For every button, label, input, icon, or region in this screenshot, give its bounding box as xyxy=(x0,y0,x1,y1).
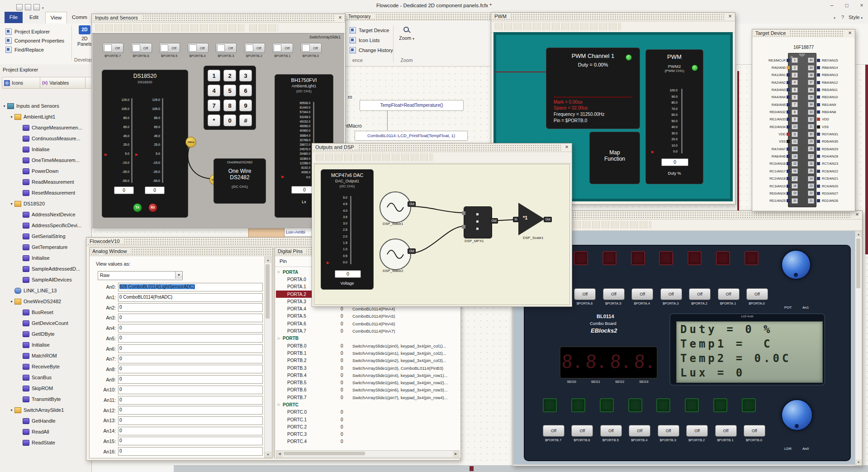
slider-track[interactable] xyxy=(681,89,683,153)
digital-pin-row[interactable]: PORTB.7 0 SwitchArraySlide1(pin7), keypa… xyxy=(276,394,459,401)
tree-expander-icon[interactable]: ▾ xyxy=(9,408,14,412)
tree-item[interactable]: GetIDByte xyxy=(1,329,90,339)
group-expander-icon[interactable]: ▷ xyxy=(278,337,283,340)
tree-item[interactable]: BusReset xyxy=(1,307,90,318)
chip-pin-row[interactable]: RA2/AN2 4 37 RB4/AN12 xyxy=(753,79,849,86)
board-switch[interactable]: Off $PORTB.5 xyxy=(600,425,621,442)
chip-pin-row[interactable]: RA3/AN3 5 36 RB3/AN11 xyxy=(753,86,849,93)
slider-marker[interactable]: ▶ xyxy=(327,261,329,265)
board-switch[interactable]: Off $PORTA.5 xyxy=(603,288,624,305)
toolbar-icons-strip[interactable] xyxy=(95,24,245,32)
slider-marker[interactable]: ▶ xyxy=(135,153,138,157)
scroll-up-icon[interactable]: ▲ xyxy=(265,257,271,263)
zoom-button[interactable]: Zoom ▾ xyxy=(396,26,417,41)
tree-expander-icon[interactable]: ▾ xyxy=(9,300,14,304)
slider-marker[interactable]: ▶ xyxy=(651,150,654,154)
digital-pin-row[interactable]: PORTB.0 0 SwitchArraySlide1(pin0), keypa… xyxy=(276,342,459,349)
out-port-tab[interactable]: Out xyxy=(408,201,416,207)
chip-pin-row[interactable]: RE3/MCLR 1 40 RB7/AN15 xyxy=(753,57,849,64)
horizontal-scrollbar[interactable]: ◀ ▶ xyxy=(276,450,460,458)
tree-item[interactable]: ChangeMeasuremen... xyxy=(1,122,90,133)
board-switch[interactable]: Off $PORTB.0 xyxy=(744,425,764,442)
style-menu[interactable]: Style ▾ xyxy=(849,14,863,20)
sensor-value-field[interactable]: 0 xyxy=(114,186,134,194)
keypad-key[interactable]: 3 xyxy=(239,70,252,81)
tree-item[interactable]: ReadMeasurement xyxy=(1,176,90,187)
flowchart-calculation-box[interactable]: TempFloat=ReadTemperature() xyxy=(360,100,464,111)
tab-command[interactable]: Comm xyxy=(68,12,91,23)
close-icon[interactable]: × xyxy=(851,211,861,218)
flowchart-macro-box[interactable] xyxy=(248,229,285,238)
tree-expander-icon[interactable]: ▾ xyxy=(9,202,14,206)
toggle-switch[interactable]: Off $PORTB.0 xyxy=(301,43,321,58)
tree-item[interactable]: LINK_LINE_13 xyxy=(1,285,90,296)
digital-pin-row[interactable]: ▷ PORTC xyxy=(276,401,459,408)
scrollbar-thumb[interactable] xyxy=(856,238,860,288)
analog-value-field[interactable]: 0 xyxy=(118,355,263,363)
vertical-scrollbar[interactable]: ▲ ▼ xyxy=(855,231,862,466)
keypad-key[interactable]: 2 xyxy=(223,70,236,81)
window-titlebar[interactable]: Target Device × xyxy=(752,29,855,38)
analog-value-field[interactable]: 0 xyxy=(118,437,263,445)
tree-item[interactable]: AddressNextDevice xyxy=(1,209,90,220)
board-switch[interactable]: Off $PORTA.2 xyxy=(689,288,710,305)
toggle-switch[interactable]: Off $PORTB.1 xyxy=(272,43,292,58)
onewire-connector[interactable]: 1Wire xyxy=(185,137,196,148)
view-values-dropdown[interactable]: Raw ▼ xyxy=(98,271,183,280)
slider-track[interactable] xyxy=(131,98,133,183)
flowchart-calculation-box[interactable]: ComboBL0114::LCD_PrintFloat(TempFloat, 1… xyxy=(355,131,468,141)
tree-item[interactable]: ▾ OneWireDS2482 xyxy=(1,296,90,307)
dsp-scale-block[interactable] xyxy=(518,203,545,235)
out-port-tab[interactable]: Out xyxy=(490,218,498,224)
keypad-key[interactable]: * xyxy=(208,114,220,126)
vertical-scrollbar[interactable]: ▲ ▼ xyxy=(264,257,272,458)
chip-pin-row[interactable]: RA5/AN5 7 34 RB1/AN9 xyxy=(753,101,849,108)
scrollbar-thumb[interactable] xyxy=(284,452,365,455)
slider-marker[interactable]: ▶ xyxy=(281,175,284,179)
dac-value-field[interactable]: 0 xyxy=(335,270,361,278)
digital-pin-row[interactable]: PORTB.3 0 SwitchArraySlide1(pin3), Combo… xyxy=(276,364,459,372)
keypad-key[interactable]: 9 xyxy=(239,100,252,111)
close-icon[interactable]: × xyxy=(561,144,571,151)
dsp-wave2-block[interactable] xyxy=(379,238,411,270)
keypad-key[interactable]: 0 xyxy=(223,114,236,126)
scroll-left-icon[interactable]: ◀ xyxy=(276,451,283,457)
digital-pin-row[interactable]: PORTC.0 0 xyxy=(276,409,459,416)
column-header-pin[interactable]: Pin xyxy=(280,258,287,264)
toggle-switch[interactable]: Off $PORTB.2 xyxy=(244,43,264,58)
digital-pin-row[interactable]: PORTB.5 0 SwitchArraySlide1(pin5), keypa… xyxy=(276,379,459,386)
window-titlebar[interactable]: Outputs and DSP × xyxy=(312,143,572,152)
tree-item[interactable]: SampleAllDevices xyxy=(1,274,90,285)
analog-value-field[interactable]: 828 ComboBL0114(LightSensorADC) xyxy=(118,283,263,291)
tab-icons[interactable]: Icons xyxy=(2,77,41,89)
digital-pin-row[interactable]: PORTB.2 0 SwitchArraySlide1(pin2), keypa… xyxy=(276,357,459,364)
tab-view[interactable]: View xyxy=(45,12,67,24)
board-switch[interactable]: Off $PORTB.4 xyxy=(629,425,650,442)
tree-expander-icon[interactable]: ▾ xyxy=(9,115,14,119)
board-switch[interactable]: Off $PORTB.1 xyxy=(715,425,736,442)
analog-value-field[interactable]: 0 xyxy=(118,344,263,353)
keypad-key[interactable]: 1 xyxy=(208,70,220,81)
slider-marker[interactable]: ▶ xyxy=(104,153,107,157)
group-expander-icon[interactable]: ▷ xyxy=(278,403,283,406)
board-switch[interactable]: Off $PORTB.6 xyxy=(571,425,592,442)
pot-knob[interactable] xyxy=(781,250,811,280)
toggle-switch[interactable]: Off $PORTB.5 xyxy=(159,43,179,58)
board-switch[interactable]: Off $PORTA.3 xyxy=(660,288,681,305)
scroll-right-icon[interactable]: ▶ xyxy=(453,451,459,457)
analog-value-field[interactable]: 0 xyxy=(118,386,263,394)
analog-value-field[interactable]: 0 xyxy=(118,324,263,333)
close-icon[interactable]: × xyxy=(334,14,344,21)
map-function-button[interactable]: Map Function xyxy=(589,132,640,184)
analog-value-field[interactable]: 0 xyxy=(118,303,263,312)
canvas-horizontal-scrollbar[interactable] xyxy=(91,465,868,472)
tree-item[interactable]: GetHandle xyxy=(1,415,90,426)
chip-pin-row[interactable]: RA1/AN1 3 38 RB5/AN13 xyxy=(753,72,849,79)
tree-item[interactable]: TransmitByte xyxy=(1,394,90,405)
tree-item[interactable]: GetTemperature xyxy=(1,242,90,253)
tree-item[interactable]: ▾ SwitchArraySlide1 xyxy=(1,405,90,415)
chip-pin-row[interactable]: RC0/AN16 15 26 RC7/AN23 xyxy=(753,160,849,167)
chip-pin-row[interactable]: VDD 11 30 RD7/AN31 xyxy=(753,130,849,138)
chip-pin-row[interactable]: VSS 12 29 RD6/AN30 xyxy=(753,138,849,145)
toggle-switch[interactable]: Off $PORTB.6 xyxy=(131,43,151,58)
